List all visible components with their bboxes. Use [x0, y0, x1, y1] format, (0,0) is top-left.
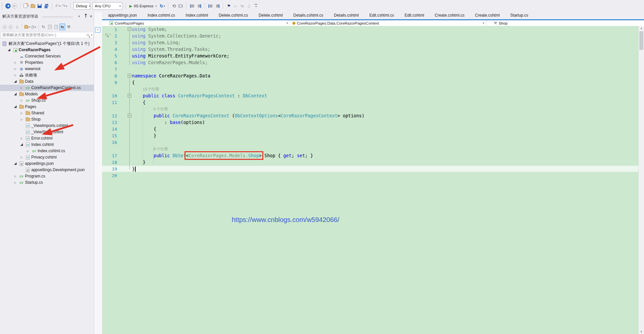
tree-item-pages[interactable]: Pages [0, 104, 94, 110]
tab-edit-cshtml[interactable]: Edit.cshtml [403, 12, 426, 18]
tree-item-corerazorpagescontext-cs[interactable]: ▷C#CoreRazorPagesContext.cs [0, 85, 94, 91]
tree-item-models[interactable]: Models [0, 91, 94, 97]
forward-button[interactable]: ▶ [8, 24, 14, 30]
toolbar-overflow-button[interactable]: ▾ [254, 4, 257, 8]
tree-item--[interactable]: ▷依赖项 [0, 72, 94, 78]
platform-dropdown[interactable]: Any CPU ▾ [92, 2, 122, 10]
tab-create-cshtml[interactable]: Create.cshtml [474, 12, 501, 18]
codelens-references-label[interactable]: 0 个引用 [132, 107, 168, 112]
collapsed-chevron-icon[interactable]: ▷ [20, 99, 24, 102]
expanded-chevron-icon[interactable] [13, 162, 17, 166]
redo-button[interactable]: ↷▾ [61, 2, 68, 10]
window-position-button[interactable]: ▾ [76, 15, 82, 18]
tree-item-shared[interactable]: ▷Shared [0, 110, 94, 116]
navigate-forward-button[interactable]: ▶ [11, 2, 18, 10]
disabled-3-button[interactable]: ▯ [245, 2, 252, 10]
close-icon[interactable]: × [90, 14, 92, 18]
tree-item-appsettings-development-json[interactable]: {}appsettings.Development.json [0, 167, 94, 173]
tree-item-shop-cs[interactable]: ▷C#Shop.cs [0, 97, 94, 104]
switch-views-button[interactable]: ▾ [24, 24, 30, 30]
collapsed-chevron-icon[interactable]: ▷ [20, 118, 24, 121]
collapsed-chevron-icon[interactable]: ▷ [26, 150, 30, 153]
tree-item--viewstart-cshtml[interactable]: @_ViewStart.cshtml [0, 129, 94, 135]
home-button[interactable]: ⌂ [14, 24, 20, 30]
scrollbar-thumb[interactable] [639, 31, 643, 50]
tab-startup-cs[interactable]: Startup.cs [509, 12, 530, 18]
show-all-files-button[interactable] [53, 24, 59, 30]
tab-edit-cshtml-cs[interactable]: Edit.cshtml.cs [368, 12, 395, 18]
codelens-references-label[interactable]: 13 个引用 [132, 87, 159, 92]
solution-search-input[interactable]: 搜索解决方案资源管理器(Ctrl+;) ▾ [0, 32, 93, 38]
save-all-button[interactable] [43, 2, 50, 10]
new-file-button[interactable]: ▾ [23, 2, 30, 10]
type-dropdown[interactable]: CoreRazorPages.Data.CoreRazorPagesContex… [290, 20, 486, 26]
tree-item-data[interactable]: Data [0, 78, 94, 85]
tab-index-cshtml-cs[interactable]: Index.cshtml.cs [146, 12, 177, 18]
member-dropdown[interactable]: ⚒ Shop [486, 20, 644, 26]
project-dropdown[interactable]: CoreRazorPages ▾ [102, 20, 290, 26]
collapsed-chevron-icon[interactable]: ▷ [13, 175, 17, 178]
indent-button[interactable] [214, 2, 220, 10]
debug-configuration-dropdown[interactable]: Debug ▾ [73, 2, 90, 10]
tab-details-cshtml-cs[interactable]: Details.cshtml.cs [292, 12, 324, 18]
navigate-backward-button[interactable]: ◀ [5, 2, 11, 10]
tab-appsettings-json[interactable]: appsettings.json [107, 12, 138, 18]
save-button[interactable] [36, 2, 43, 10]
collapsed-chevron-icon[interactable]: ▷ [20, 137, 24, 140]
expanded-chevron-icon[interactable] [20, 143, 24, 147]
tab-create-cshtml-cs[interactable]: Create.cshtml.cs [434, 12, 466, 18]
tree-item-corerazorpages[interactable]: CoreRazorPages [0, 47, 94, 53]
align-right-button[interactable] [195, 2, 202, 10]
vertical-scrollbar[interactable]: ▲ ▼ [638, 26, 644, 334]
back-button[interactable]: ◀ [2, 24, 7, 30]
code-editor[interactable]: ▾ 1−using System;2using System.Collectio… [102, 26, 644, 334]
collapsed-chevron-icon[interactable]: ▷ [20, 86, 24, 89]
undo-button[interactable]: ↶▾ [55, 2, 61, 10]
tree-item-program-cs[interactable]: ▷C#Program.cs [0, 173, 94, 179]
fold-collapse-box[interactable]: − [128, 74, 131, 77]
start-debugging-button[interactable]: ▶ IIS Express ▾ [128, 4, 158, 8]
open-file-button[interactable] [30, 2, 36, 10]
properties-wrench-button[interactable]: ⚒ [66, 24, 71, 30]
refresh-button[interactable]: ↻ ▾ [159, 2, 166, 10]
tab-delete-cshtml-cs[interactable]: Delete.cshtml.cs [217, 12, 249, 18]
codelens-row[interactable]: 8 个引用 [102, 146, 644, 152]
tab-delete-cshtml[interactable]: Delete.cshtml [257, 12, 284, 18]
panel-drag-texture[interactable] [42, 16, 73, 18]
screenshot-button[interactable] [177, 2, 184, 10]
collapsed-chevron-icon[interactable]: ▷ [13, 181, 17, 184]
tab-index-cshtml[interactable]: Index.cshtml [184, 12, 209, 18]
tree-item-properties[interactable]: ▷⚒Properties [0, 59, 94, 66]
scroll-up-arrow[interactable]: ▲ [639, 27, 644, 30]
browser-link-button[interactable]: ⟲ [171, 2, 177, 10]
bookmark-button[interactable]: ⚑ [225, 2, 232, 10]
tree-item-connected-services[interactable]: ☁Connected Services [0, 53, 94, 59]
codelens-references-label[interactable]: 8 个引用 [132, 147, 168, 152]
sync-button[interactable]: ↻ [41, 24, 46, 30]
collapsed-chevron-icon[interactable]: ▷ [13, 74, 17, 77]
collapsed-chevron-icon[interactable]: ▷ [20, 112, 24, 115]
tree-item-shop[interactable]: ▷Shop [0, 116, 94, 123]
toolbar-drag-grip[interactable] [1, 2, 3, 10]
tree-item-startup-cs[interactable]: ▷C#Startup.cs [0, 179, 94, 186]
expanded-chevron-icon[interactable] [13, 93, 17, 96]
tree-item-wwwroot[interactable]: ▷⊕wwwroot [0, 66, 94, 72]
codelens-row[interactable]: 0 个引用 [102, 106, 644, 112]
disabled-1-button[interactable]: ▭ [232, 2, 239, 10]
tree-item-index-cshtml[interactable]: @Index.cshtml [0, 142, 94, 148]
collapsed-chevron-icon[interactable]: ▷ [13, 67, 17, 70]
collapsed-chevron-icon[interactable]: ▷ [20, 156, 24, 159]
disabled-2-button[interactable]: ↹ [239, 2, 245, 10]
tree-item-error-cshtml[interactable]: ▷@Error.cshtml [0, 135, 94, 142]
tree-item--viewimports-cshtml[interactable]: @_ViewImports.cshtml [0, 123, 94, 129]
scroll-down-arrow[interactable]: ▼ [639, 330, 644, 333]
tree-item-appsettings-json[interactable]: {}appsettings.json [0, 161, 94, 167]
pin-icon[interactable] [85, 15, 86, 18]
editor-search-adornment[interactable]: ▾ [105, 33, 111, 36]
tree-item-privacy-cshtml[interactable]: ▷@Privacy.cshtml [0, 154, 94, 161]
fold-collapse-box[interactable]: − [128, 27, 131, 31]
fold-collapse-box[interactable]: − [128, 114, 131, 117]
outdent-button[interactable] [207, 2, 214, 10]
tree-item--corerazorpages-1-1-[interactable]: 解决方案"CoreRazorPages"(1 个项目/共 1 个) [0, 41, 94, 47]
expanded-chevron-icon[interactable] [13, 105, 17, 109]
